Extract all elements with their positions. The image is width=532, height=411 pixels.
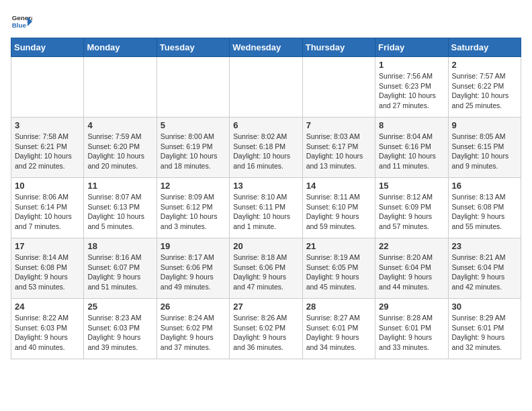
day-info: Sunrise: 8:18 AM Sunset: 6:06 PM Dayligh…: [233, 253, 298, 292]
calendar-week-4: 17Sunrise: 8:14 AM Sunset: 6:08 PM Dayli…: [11, 238, 521, 299]
day-number: 10: [15, 181, 80, 191]
svg-text:Blue: Blue: [12, 21, 27, 29]
day-number: 29: [379, 302, 444, 312]
day-number: 9: [452, 120, 517, 130]
calendar-week-5: 24Sunrise: 8:22 AM Sunset: 6:03 PM Dayli…: [11, 299, 521, 359]
day-number: 22: [379, 241, 444, 251]
logo-icon: General Blue: [11, 11, 32, 32]
day-info: Sunrise: 8:04 AM Sunset: 6:16 PM Dayligh…: [379, 132, 444, 171]
calendar-cell: 7Sunrise: 8:03 AM Sunset: 6:17 PM Daylig…: [302, 118, 375, 178]
calendar-cell: 4Sunrise: 7:59 AM Sunset: 6:20 PM Daylig…: [84, 118, 157, 178]
day-info: Sunrise: 8:23 AM Sunset: 6:03 PM Dayligh…: [87, 313, 152, 353]
day-number: 23: [452, 241, 517, 251]
calendar-cell: 24Sunrise: 8:22 AM Sunset: 6:03 PM Dayli…: [11, 299, 84, 359]
day-number: 2: [452, 60, 517, 70]
calendar-week-3: 10Sunrise: 8:06 AM Sunset: 6:14 PM Dayli…: [11, 178, 521, 238]
day-number: 26: [161, 302, 226, 312]
day-number: 12: [161, 181, 226, 191]
calendar-cell: 2Sunrise: 7:57 AM Sunset: 6:22 PM Daylig…: [448, 57, 521, 118]
day-info: Sunrise: 8:09 AM Sunset: 6:12 PM Dayligh…: [161, 192, 226, 232]
day-number: 27: [233, 302, 298, 312]
calendar-cell: 23Sunrise: 8:21 AM Sunset: 6:04 PM Dayli…: [448, 238, 521, 299]
calendar-cell: 29Sunrise: 8:28 AM Sunset: 6:01 PM Dayli…: [375, 299, 448, 359]
calendar-cell: 14Sunrise: 8:11 AM Sunset: 6:10 PM Dayli…: [302, 178, 375, 238]
calendar-week-2: 3Sunrise: 7:58 AM Sunset: 6:21 PM Daylig…: [11, 118, 521, 178]
day-number: 19: [161, 241, 226, 251]
day-number: 1: [379, 60, 444, 70]
day-info: Sunrise: 8:02 AM Sunset: 6:18 PM Dayligh…: [233, 132, 298, 171]
day-number: 7: [306, 120, 371, 130]
day-info: Sunrise: 7:58 AM Sunset: 6:21 PM Dayligh…: [15, 132, 80, 171]
calendar-body: 1Sunrise: 7:56 AM Sunset: 6:23 PM Daylig…: [11, 57, 521, 359]
day-number: 15: [379, 181, 444, 191]
calendar-cell: 1Sunrise: 7:56 AM Sunset: 6:23 PM Daylig…: [375, 57, 448, 118]
weekday-header-friday: Friday: [375, 38, 448, 57]
logo: General Blue: [11, 11, 32, 32]
day-info: Sunrise: 8:27 AM Sunset: 6:01 PM Dayligh…: [306, 313, 371, 353]
calendar-cell: [84, 57, 157, 118]
calendar-cell: 8Sunrise: 8:04 AM Sunset: 6:16 PM Daylig…: [375, 118, 448, 178]
day-info: Sunrise: 8:26 AM Sunset: 6:02 PM Dayligh…: [233, 313, 298, 353]
day-number: 16: [452, 181, 517, 191]
day-number: 21: [306, 241, 371, 251]
calendar-cell: [157, 57, 229, 118]
day-info: Sunrise: 8:22 AM Sunset: 6:03 PM Dayligh…: [15, 313, 80, 353]
day-info: Sunrise: 8:19 AM Sunset: 6:05 PM Dayligh…: [306, 253, 371, 292]
day-info: Sunrise: 8:10 AM Sunset: 6:11 PM Dayligh…: [233, 192, 298, 232]
calendar-week-1: 1Sunrise: 7:56 AM Sunset: 6:23 PM Daylig…: [11, 57, 521, 118]
day-number: 30: [452, 302, 517, 312]
weekday-header-thursday: Thursday: [302, 38, 375, 57]
day-info: Sunrise: 8:06 AM Sunset: 6:14 PM Dayligh…: [15, 192, 80, 232]
day-info: Sunrise: 8:12 AM Sunset: 6:09 PM Dayligh…: [379, 192, 444, 232]
day-info: Sunrise: 7:59 AM Sunset: 6:20 PM Dayligh…: [87, 132, 152, 171]
day-info: Sunrise: 8:03 AM Sunset: 6:17 PM Dayligh…: [306, 132, 371, 171]
day-number: 20: [233, 241, 298, 251]
day-number: 4: [87, 120, 152, 130]
day-number: 28: [306, 302, 371, 312]
day-info: Sunrise: 8:00 AM Sunset: 6:19 PM Dayligh…: [161, 132, 226, 171]
weekday-header-monday: Monday: [84, 38, 157, 57]
calendar-cell: 16Sunrise: 8:13 AM Sunset: 6:08 PM Dayli…: [448, 178, 521, 238]
day-number: 3: [15, 120, 80, 130]
day-number: 5: [161, 120, 226, 130]
weekday-header-wednesday: Wednesday: [230, 38, 302, 57]
calendar-header: SundayMondayTuesdayWednesdayThursdayFrid…: [11, 38, 521, 57]
calendar-cell: 15Sunrise: 8:12 AM Sunset: 6:09 PM Dayli…: [375, 178, 448, 238]
day-info: Sunrise: 8:11 AM Sunset: 6:10 PM Dayligh…: [306, 192, 371, 232]
day-info: Sunrise: 8:16 AM Sunset: 6:07 PM Dayligh…: [87, 253, 152, 292]
calendar-cell: 28Sunrise: 8:27 AM Sunset: 6:01 PM Dayli…: [302, 299, 375, 359]
calendar-cell: 5Sunrise: 8:00 AM Sunset: 6:19 PM Daylig…: [157, 118, 229, 178]
calendar-cell: 30Sunrise: 8:29 AM Sunset: 6:01 PM Dayli…: [448, 299, 521, 359]
calendar-cell: 27Sunrise: 8:26 AM Sunset: 6:02 PM Dayli…: [230, 299, 302, 359]
day-number: 6: [233, 120, 298, 130]
calendar-cell: 10Sunrise: 8:06 AM Sunset: 6:14 PM Dayli…: [11, 178, 84, 238]
day-info: Sunrise: 8:29 AM Sunset: 6:01 PM Dayligh…: [452, 313, 517, 353]
calendar-cell: [230, 57, 302, 118]
calendar-cell: 3Sunrise: 7:58 AM Sunset: 6:21 PM Daylig…: [11, 118, 84, 178]
day-number: 18: [87, 241, 152, 251]
calendar-cell: 25Sunrise: 8:23 AM Sunset: 6:03 PM Dayli…: [84, 299, 157, 359]
day-info: Sunrise: 8:17 AM Sunset: 6:06 PM Dayligh…: [161, 253, 226, 292]
day-number: 8: [379, 120, 444, 130]
day-info: Sunrise: 8:05 AM Sunset: 6:15 PM Dayligh…: [452, 132, 517, 171]
calendar-cell: 17Sunrise: 8:14 AM Sunset: 6:08 PM Dayli…: [11, 238, 84, 299]
day-info: Sunrise: 8:20 AM Sunset: 6:04 PM Dayligh…: [379, 253, 444, 292]
calendar-cell: 6Sunrise: 8:02 AM Sunset: 6:18 PM Daylig…: [230, 118, 302, 178]
page-header: General Blue: [11, 11, 521, 32]
calendar-cell: [302, 57, 375, 118]
day-info: Sunrise: 7:56 AM Sunset: 6:23 PM Dayligh…: [379, 71, 444, 111]
calendar-cell: 26Sunrise: 8:24 AM Sunset: 6:02 PM Dayli…: [157, 299, 229, 359]
weekday-header-row: SundayMondayTuesdayWednesdayThursdayFrid…: [11, 38, 521, 57]
calendar-cell: [11, 57, 84, 118]
day-info: Sunrise: 8:14 AM Sunset: 6:08 PM Dayligh…: [15, 253, 80, 292]
calendar-cell: 13Sunrise: 8:10 AM Sunset: 6:11 PM Dayli…: [230, 178, 302, 238]
calendar-cell: 12Sunrise: 8:09 AM Sunset: 6:12 PM Dayli…: [157, 178, 229, 238]
weekday-header-sunday: Sunday: [11, 38, 84, 57]
day-number: 24: [15, 302, 80, 312]
calendar-cell: 22Sunrise: 8:20 AM Sunset: 6:04 PM Dayli…: [375, 238, 448, 299]
calendar-table: SundayMondayTuesdayWednesdayThursdayFrid…: [11, 38, 521, 359]
day-info: Sunrise: 8:24 AM Sunset: 6:02 PM Dayligh…: [161, 313, 226, 353]
day-number: 13: [233, 181, 298, 191]
day-info: Sunrise: 8:07 AM Sunset: 6:13 PM Dayligh…: [87, 192, 152, 232]
day-number: 25: [87, 302, 152, 312]
